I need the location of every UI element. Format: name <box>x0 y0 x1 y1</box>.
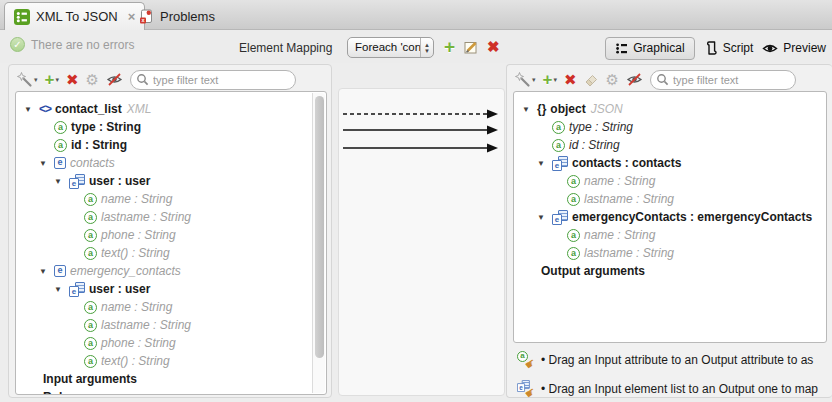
tree-node-label: name : String <box>584 174 655 188</box>
tree-node[interactable]: aname : String <box>16 298 326 316</box>
tree-node[interactable]: aid : String <box>514 136 826 154</box>
tree-node[interactable]: ▼econtacts <box>16 154 326 172</box>
tree-node-label: Input arguments <box>43 372 137 386</box>
eraser-icon <box>584 72 599 87</box>
tree-node[interactable]: Output arguments <box>514 262 826 280</box>
preview-view-button[interactable]: Preview <box>762 41 826 55</box>
caret-down-icon[interactable]: ▼ <box>537 159 552 168</box>
caret-down-icon[interactable]: ▼ <box>522 105 537 114</box>
tree-node-label: emergency_contacts <box>70 264 181 278</box>
graphical-label: Graphical <box>633 41 684 55</box>
clear-eraser-button[interactable] <box>584 72 599 87</box>
chevron-down-icon: ▾ <box>34 76 38 84</box>
tree-node[interactable]: atype : String <box>16 118 326 136</box>
tree-node[interactable]: ▼euser : user <box>16 172 326 190</box>
attribute-icon: a <box>567 193 580 206</box>
hint-text: • Drag an Input attribute to an Output a… <box>541 353 813 367</box>
tree-node-label: type : String <box>569 120 633 134</box>
scrollbar-thumb[interactable] <box>315 96 324 358</box>
datamapper-icon <box>14 9 30 25</box>
remove-node-button[interactable]: ✖ <box>564 71 577 89</box>
tab-bar: XML To JSON × x Problems <box>0 0 832 30</box>
tree-node-label: type : String <box>71 120 141 134</box>
tree-node[interactable]: ▼euser : user <box>16 280 326 298</box>
tree-node[interactable]: ▼<>contact_listXML <box>16 100 326 118</box>
tab-xml-to-json[interactable]: XML To JSON × <box>4 2 145 30</box>
add-node-button[interactable]: + ▾ <box>543 72 557 88</box>
tree-node[interactable]: alastname : String <box>514 190 826 208</box>
caret-down-icon[interactable]: ▼ <box>54 285 69 294</box>
tree-node-label: name : String <box>584 228 655 242</box>
input-filter-field[interactable] <box>130 70 296 90</box>
properties-gear-button[interactable]: ⚙ <box>606 71 619 89</box>
mapping-connection[interactable] <box>343 126 498 135</box>
magic-wand-icon <box>515 72 531 88</box>
attribute-icon: a <box>84 337 97 350</box>
tree-node-label: id : String <box>71 138 127 152</box>
hide-unmapped-button[interactable] <box>106 72 123 87</box>
tree-node[interactable]: Rules <box>16 388 326 395</box>
attribute-icon: a <box>84 193 97 206</box>
attribute-icon: a <box>84 211 97 224</box>
properties-gear-button[interactable]: ⚙ <box>86 71 99 89</box>
tab-label: Problems <box>160 9 215 24</box>
edit-mapping-button[interactable] <box>463 39 479 55</box>
remove-node-button[interactable]: ✖ <box>66 71 79 89</box>
auto-map-wand-button[interactable]: ▾ <box>17 72 38 88</box>
tree-node[interactable]: aphone : String <box>16 334 326 352</box>
edit-icon <box>463 39 479 55</box>
tree-node[interactable]: ▼eemergencyContacts : emergencyContacts <box>514 208 826 226</box>
graphical-view-button[interactable]: Graphical <box>605 37 694 60</box>
tree-node[interactable]: aname : String <box>16 190 326 208</box>
delete-mapping-button[interactable]: ✖ <box>487 38 500 56</box>
attribute-icon: a <box>54 121 67 134</box>
tree-node-label: emergencyContacts : emergencyContacts <box>572 210 812 224</box>
tree-node[interactable]: aid : String <box>16 136 326 154</box>
tree-node[interactable]: alastname : String <box>16 316 326 334</box>
status-text: There are no errors <box>31 38 134 52</box>
hide-unmapped-button[interactable] <box>626 72 643 87</box>
caret-down-icon[interactable]: ▼ <box>54 177 69 186</box>
tree-node[interactable]: ▼econtacts : contacts <box>514 154 826 172</box>
element-list-icon: e <box>69 174 85 189</box>
output-panel: ▾ + ▾ ✖ ⚙ ▼{} <box>506 64 832 398</box>
tree-node[interactable]: atext() : String <box>16 352 326 370</box>
tree-node[interactable]: atype : String <box>514 118 826 136</box>
caret-down-icon[interactable]: ▼ <box>537 213 552 222</box>
auto-map-wand-button[interactable]: ▾ <box>515 72 536 88</box>
caret-down-icon[interactable]: ▼ <box>24 105 39 114</box>
mapping-connection[interactable] <box>343 110 498 119</box>
input-panel: ▾ + ▾ ✖ ⚙ ▼<>contact_listXMLatype : Stri… <box>8 64 332 398</box>
tree-node-label: object <box>550 102 585 116</box>
tree-node[interactable]: alastname : String <box>514 244 826 262</box>
xml-tag-icon: <> <box>39 102 51 116</box>
output-filter-field[interactable] <box>650 70 796 90</box>
selected-mapping: Foreach 'contact_ <box>348 38 420 57</box>
tree-node[interactable]: aname : String <box>514 226 826 244</box>
graphical-icon <box>615 42 628 55</box>
attribute-icon: a <box>567 175 580 188</box>
tree-node[interactable]: aname : String <box>514 172 826 190</box>
element-mapping-label: Element Mapping <box>239 41 332 55</box>
magic-wand-icon <box>17 72 33 88</box>
element-mapping-select[interactable]: Foreach 'contact_ ▲▼ <box>347 37 434 58</box>
mapping-connection[interactable] <box>343 144 498 153</box>
preview-label: Preview <box>783 41 826 55</box>
status-message: ✓ There are no errors <box>10 37 134 52</box>
tree-node[interactable]: alastname : String <box>16 208 326 226</box>
mapping-canvas <box>338 88 505 396</box>
tree-node[interactable]: aphone : String <box>16 226 326 244</box>
add-mapping-button[interactable]: + <box>444 39 455 55</box>
caret-down-icon[interactable]: ▼ <box>39 267 54 276</box>
tree-node[interactable]: atext() : String <box>16 244 326 262</box>
tree-node[interactable]: Input arguments <box>16 370 326 388</box>
element-icon: e <box>54 265 66 277</box>
tree-node[interactable]: ▼eemergency_contacts <box>16 262 326 280</box>
caret-down-icon[interactable]: ▼ <box>39 159 54 168</box>
script-view-button[interactable]: Script <box>704 40 754 56</box>
tree-node[interactable]: ▼{}objectJSON <box>514 100 826 118</box>
tab-problems[interactable]: x Problems <box>130 2 224 30</box>
element-icon: e <box>54 157 66 169</box>
attribute-icon: a <box>84 229 97 242</box>
add-node-button[interactable]: + ▾ <box>45 72 59 88</box>
